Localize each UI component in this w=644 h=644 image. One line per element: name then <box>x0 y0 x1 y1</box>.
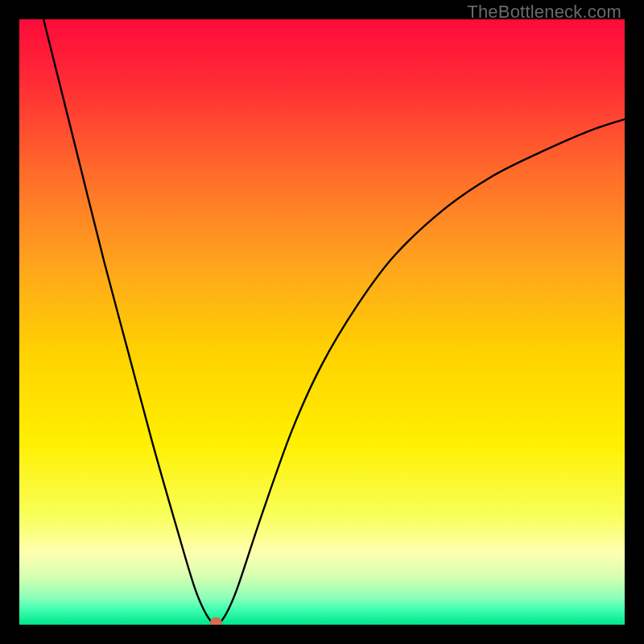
chart-background <box>19 19 625 625</box>
chart-frame <box>19 19 625 625</box>
minimum-marker <box>210 618 221 625</box>
bottleneck-chart <box>19 19 625 625</box>
